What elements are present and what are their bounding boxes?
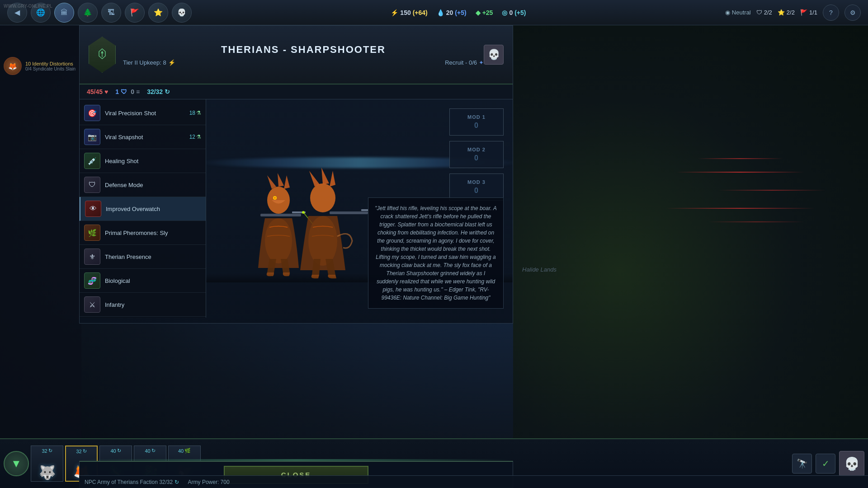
flag-value: 1/1 [809,9,817,16]
ability-item-7[interactable]: 🧬Biological [80,269,206,293]
ability-item-1[interactable]: 📷Viral Snapshot12 ⚗ [80,125,206,149]
ability-icon-2: 💉 [84,153,100,169]
mission-info: 10 Identity Distortions 0/4 Syndicate Un… [25,61,75,71]
unit-figure-right [278,146,368,282]
svg-rect-13 [330,211,368,214]
ability-item-4[interactable]: 👁Improved Overwatch [80,197,206,221]
green-icon: ◆ [476,9,481,16]
panel-bottom-decoration [79,459,513,461]
mission-progress: 0/4 Syndicate Units Slain [25,66,75,71]
ability-item-2[interactable]: 💉Healing Shot [80,149,206,173]
ability-name-6: Therian Presence [105,253,201,260]
moves-value: 0 [131,88,134,95]
ability-item-0[interactable]: 🎯Viral Precision Shot18 ⚗ [80,101,206,125]
ability-name-7: Biological [105,277,201,284]
ability-name-8: Infantry [105,301,201,308]
map-area: Halide Lands [513,25,868,438]
unit-title: THERIANS - SHARPSHOOTER [123,44,484,56]
unit-thumb-0[interactable]: 32 ↻ 🐺 [31,446,63,482]
moves-icon: ≡ [136,88,140,95]
flag-count: 🚩 1/1 [800,9,817,16]
header-sub: Tier II Upkeep: 8 ⚡ Recruit - 0/6 ✦ [123,59,484,66]
cyan-value: 0 [509,9,513,16]
army-sync-icon: ↻ [175,479,179,485]
nav-city-btn[interactable]: 🏛 [54,3,74,23]
recruit-text: Recruit - 0/6 [445,59,477,66]
ability-item-9[interactable]: 🦶Land Movement [80,317,206,318]
mission-level: 10 Identity Distortions [25,61,75,66]
bottom-skull-icon: 💀 [839,451,864,476]
ability-icon-4: 👁 [85,201,101,217]
army-label: NPC Army of Therians Faction 32/32 ↻ [85,479,179,485]
cyan-bonus: (+5) [514,9,526,16]
shield-count: 🛡 2/2 [756,9,772,16]
map-streak-5 [708,221,804,222]
water-bonus: (+5) [455,9,466,16]
map-label: Halide Lands [522,266,557,273]
mod-2-label: MOD 2 [467,147,486,152]
energy-bonus: (+64) [413,9,428,16]
star-value: 2/2 [787,9,795,16]
mission-name: Identity Distortions [32,61,73,66]
settings-button[interactable]: ⚙ [844,5,861,21]
action-confirm-btn[interactable]: ✓ [816,454,835,474]
mod-slot-3[interactable]: MOD 3 0 [449,174,504,201]
map-streak-2 [676,172,804,173]
left-sidebar: 🦊 10 Identity Distortions 0/4 Syndicate … [0,25,81,488]
map-streak-4 [666,208,815,209]
unit-cost-top-0: 32 ↻ [42,448,52,454]
map-decorations [655,149,868,239]
action-scope-btn[interactable]: 🔭 [792,454,812,474]
mod-1-label: MOD 1 [467,114,486,120]
unit-cost-top-4: 40 🌿 [178,448,191,454]
unit-cost-top-2: 40 ↻ [110,448,121,454]
watermark: WWW.GRY-ONLINE.PL [4,4,52,9]
mod-1-value: 0 [474,122,479,130]
tier-info: Tier II Upkeep: 8 ⚡ [123,59,175,66]
hud-right: ◉ Neutral 🛡 2/2 ⭐ 2/2 🚩 1/1 ? ⚙ [725,5,861,21]
mission-panel: 🦊 10 Identity Distortions 0/4 Syndicate … [4,57,75,75]
unit-cost-top-3: 40 ↻ [145,448,155,454]
tier-icon: ⚡ [168,59,175,66]
nav-tree-btn[interactable]: 🌲 [78,3,98,23]
actions-value: 32/32 [147,88,163,95]
status-icon: ◉ [725,9,730,16]
nav-skull-btn[interactable]: 💀 [172,3,192,23]
ability-name-0: Viral Precision Shot [105,110,185,117]
ability-icon-8: ⚔ [84,296,100,313]
nav-star-btn[interactable]: ⭐ [148,3,168,23]
ability-name-3: Defense Mode [105,182,201,188]
mod-3-value: 0 [474,187,479,195]
ability-item-3[interactable]: 🛡Defense Mode [80,173,206,197]
nav-building-btn[interactable]: 🏗 [101,3,121,23]
svg-point-4 [274,197,276,199]
mod-slot-2[interactable]: MOD 2 0 [449,141,504,168]
svg-point-10 [310,183,335,212]
help-button[interactable]: ? [823,5,839,21]
nav-flag-btn[interactable]: 🚩 [125,3,145,23]
stat-actions: 32/32 ↻ [147,88,170,95]
mod-3-label: MOD 3 [467,179,486,185]
ability-icon-1: 📷 [84,129,100,145]
mod-slot-1[interactable]: MOD 1 0 [449,108,504,136]
recruit-icon: ✦ [479,59,484,66]
ability-item-6[interactable]: ⚜Therian Presence [80,245,206,269]
water-value: 20 [446,9,453,16]
cyan-icon: ◎ [502,9,507,16]
map-streak-1 [698,158,783,159]
army-info-bar: NPC Army of Therians Faction 32/32 ↻ Arm… [79,475,868,488]
lore-text-box: "Jett lifted his rifle, leveling his sco… [368,197,504,309]
water-icon: 💧 [437,9,444,16]
ability-icon-7: 🧬 [84,272,100,289]
ability-item-8[interactable]: ⚔Infantry [80,293,206,317]
unit-cost-top-1: 32 ↻ [76,448,86,454]
ability-icon-5: 🌿 [84,225,100,241]
unit-detail-panel: THERIANS - SHARPSHOOTER Tier II Upkeep: … [79,25,513,324]
ability-icon-6: ⚜ [84,249,100,265]
faction-emblem [89,37,116,73]
ability-cost-0: 18 ⚗ [189,110,201,116]
actions-icon: ↻ [165,88,170,95]
ability-name-5: Primal Pheromones: Sly [105,230,201,236]
lore-text: "Jett lifted his rifle, leveling his sco… [375,205,497,301]
ability-item-5[interactable]: 🌿Primal Pheromones: Sly [80,221,206,245]
